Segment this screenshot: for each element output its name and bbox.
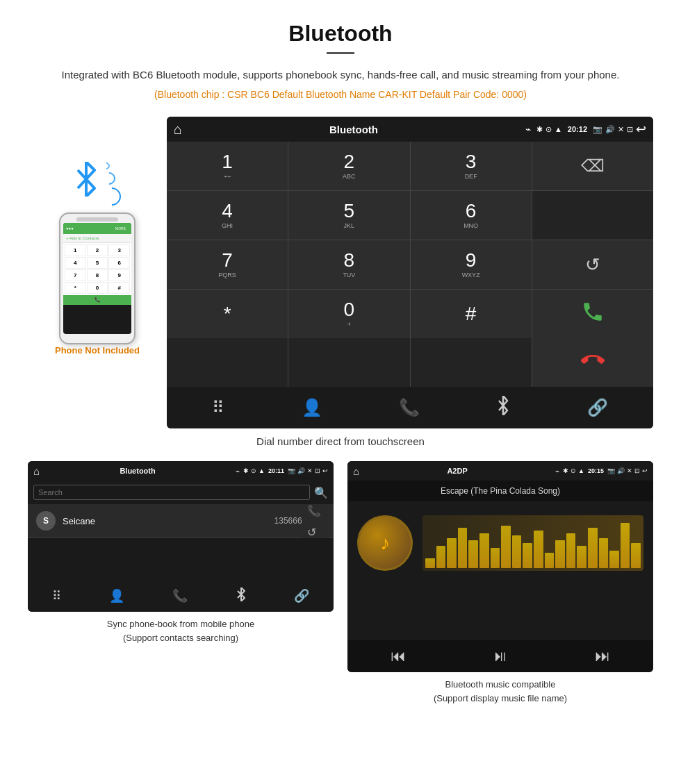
music-sbar-icons: ✱⊙▲ 20:15 📷🔊✕⊡↩ [563, 467, 648, 474]
contact-avatar: S [36, 511, 56, 531]
phonebook-status-bar: ⌂ Bluetooth ⌁ ✱⊙▲ 20:11 📷🔊✕⊡↩ [28, 461, 334, 481]
music-caption: Bluetooth music compatible (Support disp… [347, 678, 653, 705]
phonebook-caption: Sync phone-book from mobile phone (Suppo… [28, 617, 334, 644]
car-bottom-nav: ⠿ 👤 📞 🔗 [167, 387, 653, 428]
car-main-screen: ⌂ Bluetooth ⌁ ✱ ⊙ ▲ 20:12 📷 🔊 ✕ ⊡ ↩ [167, 117, 653, 428]
page-description: Integrated with BC6 Bluetooth module, su… [28, 67, 653, 83]
phone-dialpad: 123 456 789 *0# [63, 243, 131, 295]
dial-key-1[interactable]: 1⌁⌁ [167, 142, 288, 190]
album-art: ♪ [357, 515, 413, 571]
dial-key-6[interactable]: 6MNO [411, 191, 532, 240]
dial-call-red-key[interactable] [532, 338, 653, 387]
pb-nav-phone[interactable]: 📞 [172, 588, 188, 603]
dial-refresh-key[interactable]: ↺ [532, 240, 653, 289]
bluetooth-icon [74, 162, 99, 203]
play-pause-button[interactable]: ⏯ [493, 647, 508, 665]
phone-status-bar: ●●● MORE [63, 223, 131, 234]
music-waveform [422, 515, 643, 571]
phone-not-included-label: Phone Not Included [55, 345, 140, 356]
car-usb-icon: ⌁ [525, 124, 531, 135]
dial-delete-key[interactable]: ⌫ [532, 142, 653, 190]
music-block: ⌂ A2DP ⌁ ✱⊙▲ 20:15 📷🔊✕⊡↩ Escape (The Pin… [347, 461, 653, 705]
music-status-bar: ⌂ A2DP ⌁ ✱⊙▲ 20:15 📷🔊✕⊡↩ [347, 461, 653, 481]
main-screen-section: ●●● MORE + Add to Contacts 123 456 789 *… [28, 117, 653, 428]
phone-notch [76, 217, 118, 222]
music-screen: ⌂ A2DP ⌁ ✱⊙▲ 20:15 📷🔊✕⊡↩ Escape (The Pin… [347, 461, 653, 672]
pb-bottom-nav: ⠿ 👤 📞 🔗 [28, 580, 334, 612]
car-status-title: Bluetooth [188, 124, 520, 135]
dial-key-hash[interactable]: # [411, 290, 532, 338]
bt-status-icon: ✱ [536, 125, 543, 134]
dial-key-3[interactable]: 3DEF [411, 142, 532, 190]
dial-call-green-key[interactable] [532, 290, 653, 338]
pb-nav-person[interactable]: 👤 [109, 588, 124, 603]
dial-key-8[interactable]: 8TUV [288, 240, 409, 289]
nav-bluetooth-icon[interactable] [486, 389, 520, 426]
close-status-icon: ✕ [618, 125, 624, 134]
specs-line: (Bluetooth chip : CSR BC6 Default Blueto… [28, 89, 653, 100]
pb-call-icon[interactable]: 📞 [307, 504, 321, 517]
pb-nav-bt[interactable] [236, 587, 246, 605]
back-status-icon[interactable]: ↩ [636, 122, 646, 137]
car-home-icon[interactable]: ⌂ [174, 122, 182, 137]
dial-key-0[interactable]: 0+ [288, 290, 409, 338]
pb-right-icons: 📞 ↺ [302, 504, 327, 538]
phone-side: ●●● MORE + Add to Contacts 123 456 789 *… [28, 117, 167, 356]
nav-contacts-icon[interactable]: 👤 [291, 391, 333, 424]
dial-empty-2 [167, 338, 288, 387]
nav-dialpad-icon[interactable]: ⠿ [202, 391, 235, 424]
dial-grid: 1⌁⌁ 2ABC 3DEF ⌫ 4GHI 5JKL [167, 142, 653, 338]
phone-screen: ●●● MORE + Add to Contacts 123 456 789 *… [63, 223, 131, 334]
pb-usb-icon: ⌁ [236, 467, 240, 475]
car-sbar-right: ✱ ⊙ ▲ 20:12 📷 🔊 ✕ ⊡ ↩ [536, 122, 646, 137]
phonebook-block: ⌂ Bluetooth ⌁ ✱⊙▲ 20:11 📷🔊✕⊡↩ 🔍 [28, 461, 334, 705]
dial-empty-1 [532, 191, 653, 240]
dial-key-star[interactable]: * [167, 290, 288, 338]
search-icon[interactable]: 🔍 [314, 486, 328, 499]
bt-icon-area [74, 158, 121, 206]
contact-name: Seicane [63, 516, 274, 526]
music-note-icon: ♪ [380, 532, 390, 554]
wifi-waves [103, 162, 121, 206]
phone-add-contact: + Add to Contacts [63, 234, 131, 243]
camera-status-icon: 📷 [593, 125, 602, 134]
music-status-title: A2DP [363, 467, 552, 475]
phonebook-contact-area: S Seicane 13566664466 📞 ↺ [28, 504, 334, 538]
dial-key-2[interactable]: 2ABC [288, 142, 409, 190]
nav-link-icon[interactable]: 🔗 [577, 391, 618, 424]
pb-home-icon[interactable]: ⌂ [33, 465, 40, 477]
phonebook-screen: ⌂ Bluetooth ⌁ ✱⊙▲ 20:11 📷🔊✕⊡↩ 🔍 [28, 461, 334, 612]
music-usb-icon: ⌁ [555, 467, 559, 475]
title-divider [327, 52, 354, 54]
dial-key-7[interactable]: 7PQRS [167, 240, 288, 289]
phonebook-search-area: 🔍 [28, 481, 334, 504]
car-status-bar: ⌂ Bluetooth ⌁ ✱ ⊙ ▲ 20:12 📷 🔊 ✕ ⊡ ↩ [167, 117, 653, 142]
phone-mockup: ●●● MORE + Add to Contacts 123 456 789 *… [59, 212, 136, 344]
page-title: Bluetooth [28, 21, 653, 47]
pb-nav-dialpad[interactable]: ⠿ [52, 588, 61, 603]
dial-key-4[interactable]: 4GHI [167, 191, 288, 240]
nav-phone-icon[interactable]: 📞 [388, 391, 430, 424]
dial-empty-3 [288, 338, 409, 387]
music-controls: ⏮ ⏯ ⏭ [347, 640, 653, 672]
prev-track-button[interactable]: ⏮ [391, 647, 406, 665]
page-wrapper: Bluetooth Integrated with BC6 Bluetooth … [0, 0, 681, 735]
music-content: ♪ [347, 501, 653, 640]
pb-refresh-icon[interactable]: ↺ [307, 526, 321, 539]
music-song-title: Escape (The Pina Colada Song) [347, 481, 653, 501]
phonebook-search-input[interactable] [33, 485, 310, 500]
next-track-button[interactable]: ⏭ [595, 647, 610, 665]
call-green-icon [581, 300, 605, 328]
music-home-icon[interactable]: ⌂ [353, 465, 359, 477]
pb-status-title: Bluetooth [43, 467, 232, 475]
dial-key-9[interactable]: 9WXYZ [411, 240, 532, 289]
location-status-icon: ⊙ [545, 125, 552, 134]
pb-sbar-icons: ✱⊙▲ 20:11 📷🔊✕⊡↩ [243, 467, 328, 474]
phonebook-contact-row[interactable]: S Seicane 13566664466 [28, 504, 334, 538]
pb-nav-link[interactable]: 🔗 [294, 588, 309, 603]
refresh-icon: ↺ [585, 254, 600, 276]
main-screen-caption: Dial number direct from touchscreen [28, 435, 653, 447]
phone-call-bar: 📞 [63, 295, 131, 305]
pb-spacer [28, 538, 334, 580]
dial-key-5[interactable]: 5JKL [288, 191, 409, 240]
